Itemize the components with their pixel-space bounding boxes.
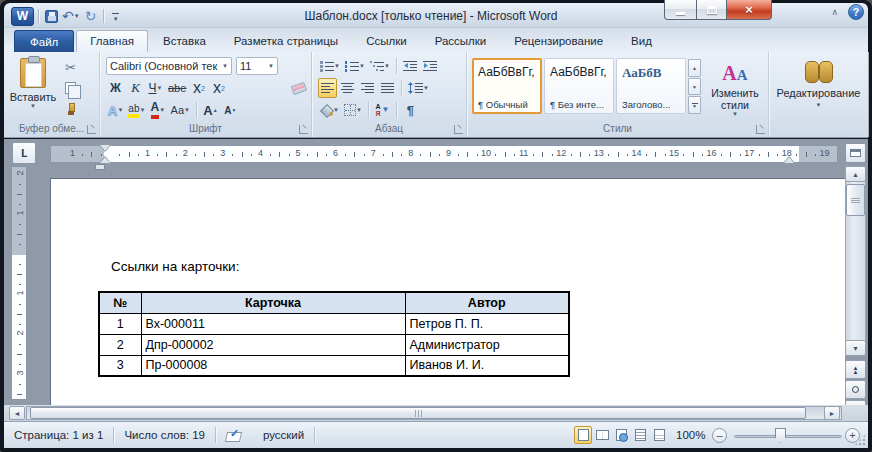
fullscreen-reading-view-button[interactable]: [593, 426, 611, 444]
dialog-launcher-icon[interactable]: [756, 125, 765, 134]
tab-home[interactable]: Главная: [76, 30, 148, 52]
table-cell[interactable]: 2: [99, 334, 141, 355]
font-size-combo[interactable]: 11 ▼: [236, 57, 278, 75]
dialog-launcher-icon[interactable]: [299, 125, 308, 134]
table-cell[interactable]: 1: [99, 313, 141, 334]
save-button[interactable]: [43, 7, 59, 25]
justify-button[interactable]: [378, 78, 397, 98]
horizontal-scrollbar-thumb[interactable]: [30, 407, 806, 419]
collapse-ribbon-icon[interactable]: ∧: [829, 6, 840, 19]
tab-references[interactable]: Ссылки: [353, 30, 420, 52]
page-count-indicator[interactable]: Страница: 1 из 1: [4, 422, 113, 448]
word-logo-icon[interactable]: W: [11, 7, 34, 26]
zoom-slider-track[interactable]: [734, 435, 842, 438]
decrease-indent-button[interactable]: [401, 56, 420, 76]
italic-button[interactable]: K: [126, 78, 145, 98]
copy-button[interactable]: [61, 78, 80, 98]
subscript-button[interactable]: x2: [189, 78, 208, 98]
borders-button[interactable]: ▼: [342, 100, 364, 120]
scroll-up-button[interactable]: ▲: [845, 166, 866, 182]
strikethrough-button[interactable]: abe: [166, 78, 188, 98]
multilevel-list-button[interactable]: ▼: [368, 56, 392, 76]
draft-view-button[interactable]: [650, 426, 668, 444]
maximize-button[interactable]: [696, 0, 727, 20]
table-cell[interactable]: Петров П. П.: [405, 313, 569, 334]
spellcheck-indicator[interactable]: ✓: [216, 422, 253, 448]
close-button[interactable]: ×: [727, 0, 772, 20]
superscript-button[interactable]: x2: [209, 78, 228, 98]
table-cell[interactable]: Пр-000008: [141, 355, 405, 376]
tab-file[interactable]: Файл: [14, 30, 74, 52]
align-right-button[interactable]: [358, 78, 377, 98]
table-cell[interactable]: Администратор: [405, 334, 569, 355]
bullets-button[interactable]: ▼: [318, 56, 342, 76]
customize-quick-access-button[interactable]: ▼: [108, 7, 124, 25]
styles-gallery-more-button[interactable]: ▼: [688, 96, 701, 114]
sort-button[interactable]: АЯ ▼: [373, 100, 392, 120]
style-normal[interactable]: АаБбВвГг, ¶ Обычный: [472, 58, 542, 114]
document-page[interactable]: Ссылки на карточки: № Карточка Автор 1 В…: [50, 178, 845, 421]
minimize-button[interactable]: [664, 0, 696, 20]
paste-button[interactable]: Вставить ▼: [7, 55, 59, 119]
help-button[interactable]: ?: [848, 4, 864, 20]
select-browse-object-button[interactable]: [845, 380, 866, 399]
tab-mailings[interactable]: Рассылки: [422, 30, 500, 52]
bold-button[interactable]: Ж: [106, 78, 125, 98]
zoom-out-button[interactable]: –: [712, 428, 727, 443]
table-header-cell[interactable]: Автор: [405, 292, 569, 313]
font-name-combo[interactable]: Calibri (Основной тек ▼: [106, 57, 232, 75]
table-cell[interactable]: Иванов И. И.: [405, 355, 569, 376]
change-styles-button[interactable]: AA Изменить стили ▼: [706, 58, 764, 117]
show-marks-button[interactable]: ¶: [401, 100, 420, 120]
tab-stop-selector[interactable]: L: [12, 142, 36, 164]
styles-scroll-up-button[interactable]: ▲: [688, 59, 701, 77]
shrink-font-button[interactable]: А▼: [221, 100, 240, 120]
table-header-cell[interactable]: №: [99, 292, 141, 313]
change-case-button[interactable]: Аа▼: [168, 100, 192, 120]
format-painter-button[interactable]: [61, 99, 80, 119]
dialog-launcher-icon[interactable]: [87, 125, 96, 134]
numbering-button[interactable]: ▼: [343, 56, 367, 76]
tab-view[interactable]: Вид: [618, 30, 665, 52]
scroll-right-button[interactable]: ►: [824, 406, 840, 420]
previous-page-button[interactable]: ▲▲: [845, 360, 866, 379]
word-count-indicator[interactable]: Число слов: 19: [114, 422, 215, 448]
shading-button[interactable]: ▼: [318, 100, 341, 120]
zoom-in-button[interactable]: +: [845, 428, 860, 443]
document-paragraph[interactable]: Ссылки на карточки:: [111, 259, 239, 274]
outline-view-button[interactable]: [631, 426, 649, 444]
font-color-button[interactable]: А▼: [148, 100, 167, 120]
redo-button[interactable]: ↻: [83, 7, 99, 25]
zoom-level[interactable]: 100%: [676, 429, 705, 441]
table-cell[interactable]: Дпр-000002: [141, 334, 405, 355]
vertical-scrollbar-thumb[interactable]: [846, 184, 865, 216]
align-center-button[interactable]: [338, 78, 357, 98]
left-indent-marker[interactable]: [95, 164, 105, 170]
tab-page-layout[interactable]: Разметка страницы: [221, 30, 351, 52]
scroll-down-button[interactable]: ▼: [845, 340, 866, 356]
ruler-toggle-button[interactable]: [845, 143, 866, 163]
tab-insert[interactable]: Вставка: [150, 30, 219, 52]
scroll-left-button[interactable]: ◄: [9, 406, 25, 420]
table-header-cell[interactable]: Карточка: [141, 292, 405, 313]
highlight-button[interactable]: ab▼: [126, 100, 147, 120]
tab-review[interactable]: Рецензирование: [501, 30, 616, 52]
line-spacing-button[interactable]: ▼: [406, 78, 431, 98]
table-cell[interactable]: Вх-000011: [141, 313, 405, 334]
print-layout-view-button[interactable]: [574, 426, 592, 444]
cut-button[interactable]: ✂: [61, 57, 80, 77]
zoom-slider-thumb[interactable]: [775, 428, 786, 443]
increase-indent-button[interactable]: [421, 56, 440, 76]
text-effects-button[interactable]: А▼: [106, 100, 125, 120]
editing-button[interactable]: Редактирование ▼: [772, 55, 865, 108]
style-heading1[interactable]: АаБбВ Заголово...: [616, 58, 686, 114]
grow-font-button[interactable]: А▲: [201, 100, 220, 120]
language-indicator[interactable]: русский: [253, 422, 314, 448]
styles-scroll-down-button[interactable]: ▼: [688, 78, 701, 96]
web-layout-view-button[interactable]: [612, 426, 630, 444]
undo-button[interactable]: ↶ ▼: [61, 7, 81, 25]
clear-formatting-button[interactable]: [289, 78, 308, 98]
style-no-spacing[interactable]: АаБбВвГг, ¶ Без инте...: [544, 58, 614, 114]
dialog-launcher-icon[interactable]: [454, 125, 463, 134]
underline-button[interactable]: Ч▼: [146, 78, 165, 98]
